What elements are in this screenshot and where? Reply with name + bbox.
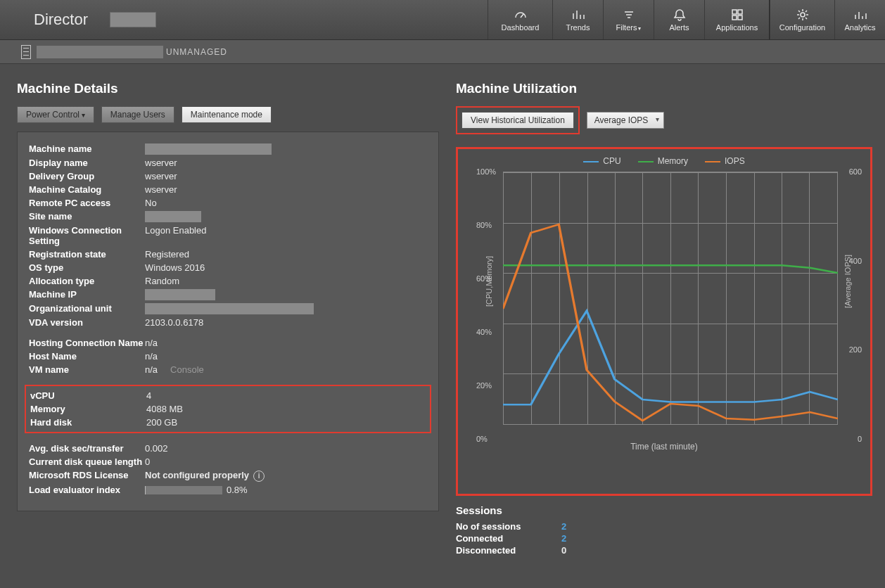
nav-analytics-label: Analytics — [844, 23, 875, 32]
k-delivery-group: Delivery Group — [29, 171, 145, 181]
load-progress — [145, 486, 222, 494]
utilization-chart: [CPU,Memory] [Average IOPS] — [503, 172, 838, 439]
trends-icon — [571, 8, 585, 22]
breadcrumb-bar: UNMANAGED — [0, 40, 885, 64]
k-host-name: Host Name — [29, 351, 145, 362]
v-vcpu: 4 — [146, 390, 151, 401]
yl-3: 60% — [476, 274, 492, 283]
k-display-name: Display name — [29, 158, 145, 168]
k-load: Load evaluator index — [29, 485, 145, 495]
brand-title: Director — [0, 11, 106, 29]
v-vda: 2103.0.0.6178 — [145, 317, 203, 328]
k-sessions-connected: Connected — [456, 533, 561, 544]
k-remote-pc: Remote PC access — [29, 198, 145, 208]
v-delivery-group: wserver — [145, 171, 177, 181]
legend-iops: IOPS — [705, 156, 745, 166]
v-hosting: n/a — [145, 338, 158, 348]
filters-icon — [622, 8, 636, 22]
bell-icon — [673, 8, 687, 22]
yl-4: 80% — [476, 221, 492, 229]
nav-applications[interactable]: Applications — [704, 0, 769, 39]
k-site-name: Site name — [29, 211, 145, 222]
breadcrumb-redacted — [37, 46, 163, 58]
v-rds: Not configured properlyi — [145, 470, 265, 482]
v-display-name: wserver — [145, 158, 177, 168]
v-machine-catalog: wserver — [145, 184, 177, 195]
chart-highlight: CPU Memory IOPS [CPU,Memory] [Average IO… — [456, 147, 872, 496]
view-historical-button[interactable]: View Historical Utilization — [461, 112, 574, 129]
nav-alerts[interactable]: Alerts — [654, 0, 704, 39]
yr-0: 0 — [858, 435, 862, 443]
top-bar: Director Dashboard Trends Filters▾ Alert… — [0, 0, 885, 40]
v-alloc: Random — [145, 276, 179, 286]
v-os-type: Windows 2016 — [145, 262, 205, 273]
k-sessions-no: No of sessions — [456, 521, 561, 532]
yl-0: 0% — [476, 435, 488, 443]
v-machine-name-redacted — [145, 143, 272, 155]
manage-users-button[interactable]: Manage Users — [101, 106, 174, 123]
brand-redacted-box — [110, 12, 156, 27]
machine-details-title: Machine Details — [17, 81, 439, 96]
nav-dashboard[interactable]: Dashboard — [488, 0, 552, 39]
chart-legend: CPU Memory IOPS — [461, 156, 867, 166]
v-sessions-connected[interactable]: 2 — [561, 533, 566, 544]
k-queue: Current disk queue length — [29, 456, 145, 467]
apps-icon — [730, 8, 744, 22]
v-ou-redacted — [145, 303, 314, 314]
nav-trends[interactable]: Trends — [552, 0, 603, 39]
resource-highlight: vCPU4 Memory4088 MB Hard disk200 GB — [25, 385, 431, 433]
v-site-name-redacted — [145, 211, 201, 222]
k-sessions-disconnected: Disconnected — [456, 545, 561, 556]
yr-3: 600 — [849, 167, 862, 176]
k-hosting: Hosting Connection Name — [29, 338, 145, 348]
gear-icon — [796, 8, 810, 22]
k-ou: Organizational unit — [29, 303, 145, 314]
nav-filters-label: Filters▾ — [616, 23, 642, 32]
v-queue: 0 — [145, 456, 150, 467]
details-panel: Machine name Display namewserver Deliver… — [17, 132, 439, 511]
nav-trends-label: Trends — [566, 23, 590, 32]
k-avg-disk: Avg. disk sec/transfer — [29, 443, 145, 454]
hist-button-highlight: View Historical Utilization — [456, 106, 580, 134]
k-vm-name: VM name — [29, 364, 145, 375]
v-sessions-no[interactable]: 2 — [561, 521, 566, 532]
k-hdd: Hard disk — [30, 417, 146, 428]
k-os-type: OS type — [29, 262, 145, 273]
nav-alerts-label: Alerts — [669, 23, 689, 32]
nav-configuration-label: Configuration — [779, 23, 825, 32]
k-machine-name: Machine name — [29, 143, 145, 155]
sessions-section: Sessions No of sessions2 Connected2 Disc… — [456, 504, 872, 556]
analytics-icon — [853, 8, 867, 22]
nav-analytics[interactable]: Analytics — [834, 0, 885, 39]
power-control-button[interactable]: Power Control — [17, 106, 94, 123]
nav-filters[interactable]: Filters▾ — [603, 0, 654, 39]
nav-applications-label: Applications — [716, 23, 758, 32]
k-rds: Microsoft RDS License — [29, 470, 145, 482]
gauge-icon — [514, 8, 528, 22]
k-vcpu: vCPU — [30, 390, 146, 401]
yr-1: 200 — [849, 345, 862, 354]
v-host-name: n/a — [145, 351, 158, 362]
v-machine-ip-redacted — [145, 289, 215, 300]
k-machine-catalog: Machine Catalog — [29, 184, 145, 195]
legend-memory: Memory — [638, 156, 688, 166]
legend-cpu: CPU — [583, 156, 620, 166]
v-hdd: 200 GB — [146, 417, 177, 428]
yl-2: 40% — [476, 328, 492, 336]
info-icon[interactable]: i — [253, 471, 265, 482]
k-vda: VDA version — [29, 317, 145, 328]
yr-2: 400 — [849, 257, 862, 265]
v-win-conn: Logon Enabled — [145, 225, 206, 246]
yl-5: 100% — [476, 167, 496, 176]
nav-configuration[interactable]: Configuration — [770, 0, 834, 39]
k-win-conn: Windows Connection Setting — [29, 225, 145, 246]
iops-select[interactable]: Average IOPS — [587, 112, 665, 129]
k-alloc: Allocation type — [29, 276, 145, 286]
console-link[interactable]: Console — [170, 364, 204, 375]
yl-1: 20% — [476, 381, 492, 390]
k-reg-state: Registration state — [29, 249, 145, 260]
maintenance-mode-button[interactable]: Maintenance mode — [182, 106, 272, 123]
k-machine-ip: Machine IP — [29, 289, 145, 300]
chart-svg — [503, 172, 838, 425]
v-vm-name: n/aConsole — [145, 364, 204, 375]
